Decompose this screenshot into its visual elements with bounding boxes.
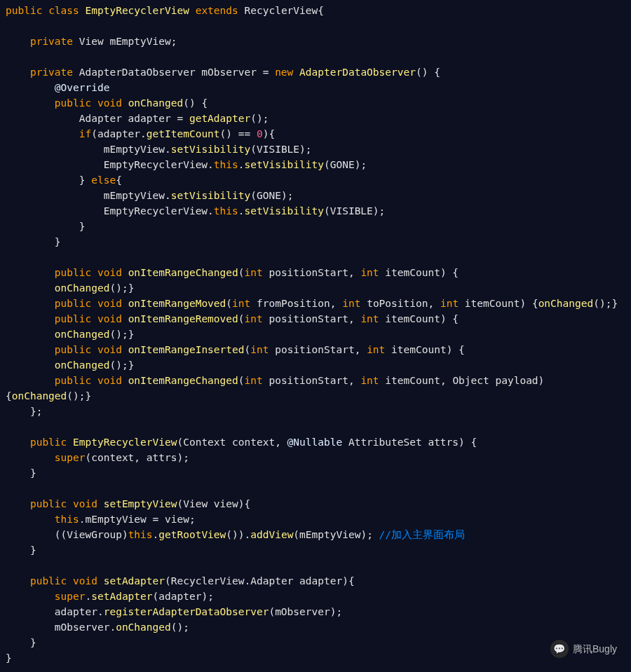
brace: } [79,221,86,232]
kw-int: int [245,375,263,386]
kw-void: void [97,97,122,109]
paren: ( [269,606,275,617]
comma: , [330,298,342,309]
brace: } [128,329,135,340]
comma: , [348,375,360,386]
brace: { [447,267,459,278]
brace: { [428,67,440,78]
paren: ( [177,498,183,509]
paren: ) [373,205,379,217]
parens: () [171,622,183,633]
ident: EmptyRecyclerView [104,205,208,217]
dot: . [165,144,171,155]
comma: , [275,437,287,448]
param: itemCount [379,375,440,386]
paren: ) [177,452,183,463]
param: positionStart [263,267,348,278]
brace: } [79,174,86,186]
ctor-name: EmptyRecyclerView [73,437,177,448]
semi: ; [208,591,214,602]
paren: ( [91,128,97,139]
paren: ( [55,529,61,540]
kw-new: new [275,67,293,78]
brace: } [6,652,12,664]
brace: { [447,313,459,324]
paren: ) [281,190,287,201]
arg: adapter [158,591,201,602]
semi: ; [189,514,196,525]
brace: } [611,298,618,309]
brace: } [30,637,36,648]
const: GONE [257,190,281,201]
const: VISIBLE [330,205,373,217]
call: setVisibility [171,144,251,155]
method-name: setAdapter [104,575,165,587]
semi: ; [122,329,128,340]
class-name: EmptyRecyclerView [86,5,189,16]
param: itemCount [459,298,520,309]
call: getAdapter [189,113,250,124]
number: 0 [257,128,263,139]
semi: ; [306,144,312,155]
param: positionStart [263,313,348,324]
kw-this: this [214,205,238,217]
semi: ; [287,190,294,201]
method-name: onItemRangeChanged [128,375,238,386]
brace: { [465,437,477,448]
ctor-call: AdapterDataObserver [299,67,416,78]
paren: ( [165,575,171,587]
call: setVisibility [244,205,324,217]
param: Object payload [452,375,538,386]
comma: , [428,298,440,309]
dot: . [140,128,147,139]
kw-int: int [360,313,379,324]
param: itemCount [385,344,446,355]
kw-int: int [360,375,379,386]
paren: ( [250,190,257,201]
eq: = [153,514,159,525]
brace: } [128,359,135,371]
kw-else: else [86,174,116,186]
ident: adapter [97,128,140,139]
kw-extends: extends [196,5,238,16]
dot: . [208,159,214,170]
semi: ; [122,282,128,294]
annotation-override: @Override [55,82,110,93]
dot: . [109,622,116,633]
parens: () [109,329,121,340]
parens: () [67,390,79,402]
dot: . [245,529,251,540]
kw-if: if [79,128,91,139]
parens: () [109,282,121,294]
brace: } [30,544,36,556]
kw-public: public [30,575,67,587]
brace: } [30,467,36,479]
call: setVisibility [171,190,251,201]
kw-class: class [48,5,79,16]
comma: , [440,375,452,386]
kw-public: public [55,344,91,355]
param: fromPosition [250,298,330,309]
paren: ) [459,437,465,448]
call: setVisibility [244,159,324,170]
kw-private: private [30,67,73,78]
semi: ; [379,205,386,217]
field-decl: View mEmptyView [79,36,171,47]
annotation-nullable: @Nullable [287,437,343,448]
paren: ( [226,298,232,309]
param: positionStart [263,375,348,386]
semi: ; [79,390,86,402]
param: Context context [183,437,275,448]
const: GONE [330,159,355,170]
brace: { [196,97,208,109]
paren: ) [520,298,526,309]
paren: ( [61,529,67,540]
brace: } [55,236,61,247]
ident: view [158,514,189,525]
paren: ( [250,144,257,155]
dot: . [165,190,171,201]
ident: mEmptyView [104,190,165,201]
semi: ; [336,606,342,617]
paren: ) [238,498,245,509]
dot: . [86,591,92,602]
